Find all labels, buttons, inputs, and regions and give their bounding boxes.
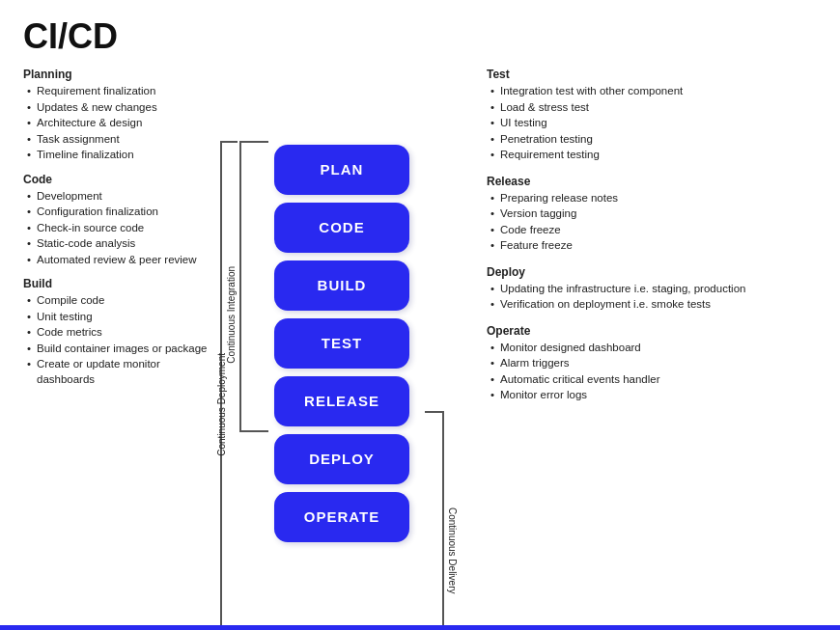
list-item: Requirement testing — [490, 148, 817, 163]
page: CI/CD Planning Requirement finalization … — [0, 0, 840, 630]
list-item: Verification on deployment i.e. smoke te… — [490, 297, 817, 313]
list-item: Task assignment — [27, 132, 216, 148]
cicd-diagram: Continuous Deployment Continuous Integra… — [216, 141, 467, 542]
code-section: Code Development Configuration finalizat… — [23, 173, 216, 268]
continuous-delivery-label: Continuous Delivery — [447, 507, 458, 594]
list-item: Monitor designed dashboard — [490, 341, 817, 356]
planning-list: Requirement finalization Updates & new c… — [23, 84, 216, 163]
list-item: Code freeze — [490, 223, 817, 238]
planning-section: Planning Requirement finalization Update… — [23, 68, 216, 163]
list-item: Penetration testing — [490, 132, 817, 148]
list-item: Create or update monitor dashboards — [27, 357, 216, 387]
continuous-delivery-bracket: Continuous Delivery — [429, 411, 458, 631]
list-item: Load & stress test — [490, 100, 817, 116]
stage-release: RELEASE — [274, 376, 409, 426]
bottom-border — [0, 625, 840, 630]
list-item: Requirement finalization — [27, 84, 216, 99]
stage-code: CODE — [274, 203, 409, 253]
list-item: Unit testing — [27, 310, 216, 325]
list-item: Code metrics — [27, 325, 216, 341]
left-column: Planning Requirement finalization Update… — [23, 68, 216, 615]
stage-plan: PLAN — [274, 145, 409, 195]
list-item: Automatic critical events handler — [490, 372, 817, 388]
list-item: Compile code — [27, 293, 216, 309]
list-item: Updating the infrastructure i.e. staging… — [490, 282, 817, 297]
list-item: Development — [27, 189, 216, 205]
list-item: Version tagging — [490, 206, 817, 222]
stage-build: BUILD — [274, 260, 409, 311]
list-item: Monitor error logs — [490, 388, 817, 403]
list-item: Integration test with other component — [490, 84, 817, 99]
planning-title: Planning — [23, 68, 216, 81]
main-content: Planning Requirement finalization Update… — [23, 68, 817, 615]
release-title: Release — [487, 175, 817, 188]
list-item: Architecture & design — [27, 116, 216, 131]
build-section: Build Compile code Unit testing Code met… — [23, 277, 216, 387]
release-list: Preparing release notes Version tagging … — [487, 191, 817, 254]
stage-operate: OPERATE — [274, 492, 409, 542]
list-item: Preparing release notes — [490, 191, 817, 206]
list-item: Alarm triggers — [490, 356, 817, 371]
stages-list: PLAN CODE BUILD TEST RELEASE DEPLOY OPER… — [274, 145, 409, 542]
continuous-integration-label: Continuous Integration — [226, 266, 237, 364]
deploy-section: Deploy Updating the infrastructure i.e. … — [487, 265, 817, 313]
stage-test: TEST — [274, 318, 409, 369]
continuous-integration-bracket: Continuous Integration — [226, 141, 255, 440]
test-list: Integration test with other component Lo… — [487, 84, 817, 163]
stage-deploy: DEPLOY — [274, 434, 409, 484]
center-column: Continuous Deployment Continuous Integra… — [216, 68, 467, 615]
build-title: Build — [23, 277, 216, 290]
test-title: Test — [487, 68, 817, 81]
list-item: Build container images or package — [27, 342, 216, 357]
operate-section: Operate Monitor designed dashboard Alarm… — [487, 324, 817, 403]
list-item: Feature freeze — [490, 238, 817, 254]
operate-title: Operate — [487, 324, 817, 338]
build-list: Compile code Unit testing Code metrics B… — [23, 293, 216, 387]
deploy-title: Deploy — [487, 265, 817, 279]
test-section: Test Integration test with other compone… — [487, 68, 817, 163]
code-title: Code — [23, 173, 216, 186]
list-item: Check-in source code — [27, 221, 216, 236]
deploy-list: Updating the infrastructure i.e. staging… — [487, 282, 817, 313]
list-item: UI testing — [490, 116, 817, 131]
right-column: Test Integration test with other compone… — [467, 68, 817, 615]
list-item: Static-code analysis — [27, 236, 216, 252]
code-list: Development Configuration finalization C… — [23, 189, 216, 268]
list-item: Timeline finalization — [27, 148, 216, 163]
operate-list: Monitor designed dashboard Alarm trigger… — [487, 341, 817, 403]
list-item: Configuration finalization — [27, 205, 216, 220]
release-section: Release Preparing release notes Version … — [487, 175, 817, 254]
list-item: Updates & new changes — [27, 100, 216, 116]
page-title: CI/CD — [23, 19, 817, 54]
list-item: Automated review & peer review — [27, 253, 216, 268]
